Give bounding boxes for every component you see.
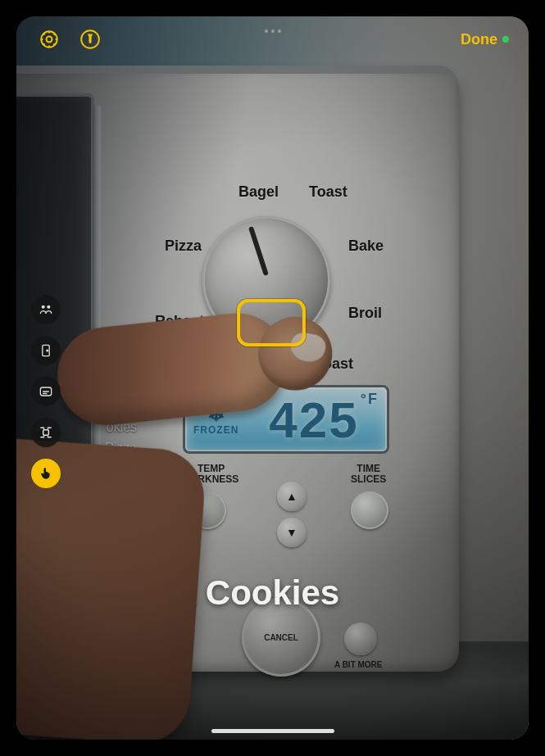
camera-active-indicator-icon	[502, 36, 509, 43]
panel-time-label: TIMESLICES	[351, 464, 386, 485]
time-knob	[351, 491, 388, 529]
door-detection-button[interactable]	[31, 336, 61, 365]
point-and-speak-icon	[38, 465, 54, 482]
detection-result-label: Cookies	[16, 573, 529, 613]
point-and-speak-button[interactable]	[31, 459, 61, 488]
svg-point-1	[47, 37, 52, 43]
people-detection-button[interactable]	[31, 295, 61, 324]
detection-tool-rail	[31, 295, 61, 488]
image-descriptions-icon	[38, 383, 54, 400]
dial-label-bagel: Bagel	[238, 183, 279, 201]
dial-label-broil: Broil	[348, 305, 382, 322]
lcd-temperature-unit: °F	[361, 391, 379, 407]
screen: Bagel Toast Bake Broil Roast ookies Rehe…	[16, 16, 529, 740]
flashlight-button[interactable]	[77, 26, 103, 52]
magnifier-topbar: Done	[16, 16, 529, 62]
home-indicator[interactable]	[211, 729, 334, 733]
dot-icon	[278, 29, 281, 33]
ipad-frame: Bagel Toast Bake Broil Roast ookies Rehe…	[0, 0, 545, 756]
dot-icon	[271, 29, 275, 33]
a-bit-more-button	[344, 622, 377, 655]
multitasking-dots[interactable]	[265, 29, 281, 33]
done-button[interactable]: Done	[461, 31, 509, 48]
svg-rect-8	[43, 430, 49, 436]
svg-point-4	[47, 306, 50, 309]
image-descriptions-button[interactable]	[31, 377, 61, 406]
svg-point-6	[47, 350, 48, 351]
a-bit-more-label: A BIT MORE	[334, 660, 383, 669]
flashlight-icon	[79, 29, 101, 50]
door-detection-icon	[38, 342, 54, 359]
text-detection-button[interactable]	[31, 418, 61, 447]
svg-point-3	[42, 306, 45, 309]
settings-button[interactable]	[36, 26, 62, 52]
dot-icon	[265, 29, 268, 33]
done-button-label: Done	[461, 31, 497, 48]
camera-view: Bagel Toast Bake Broil Roast ookies Rehe…	[16, 16, 529, 740]
detection-highlight-box	[237, 299, 306, 346]
text-detection-icon	[38, 424, 54, 441]
gear-icon	[39, 29, 60, 50]
dial-label-bake: Bake	[348, 238, 384, 255]
dial-label-toast: Toast	[309, 183, 347, 201]
people-detection-icon	[38, 301, 54, 318]
dial-label-pizza: Pizza	[165, 238, 202, 255]
